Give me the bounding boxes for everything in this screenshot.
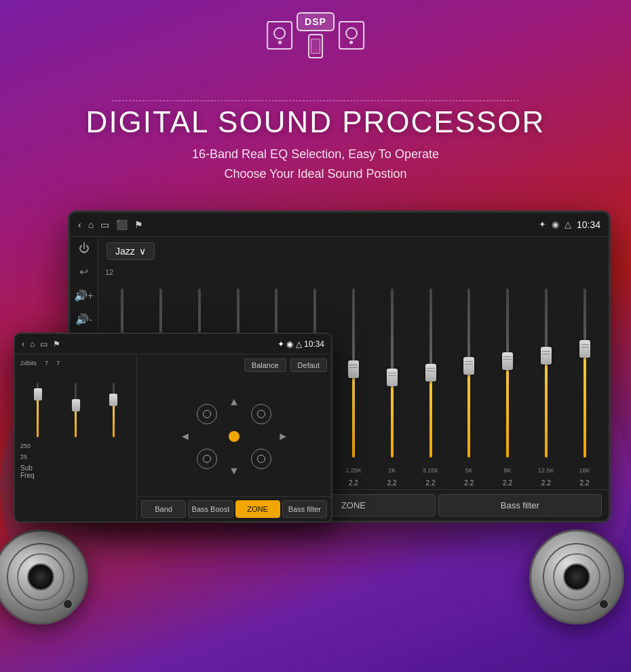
second-alert: △ <box>296 339 302 349</box>
bluetooth-icon: ✦ <box>539 219 546 229</box>
second-bass-filter-button[interactable]: Bass filter <box>282 500 327 518</box>
alert-icon: △ <box>565 219 571 229</box>
chevron-icon: ∨ <box>139 246 146 257</box>
power-icon[interactable]: ⏻ <box>79 242 90 255</box>
vol-up-icon[interactable]: 🔊+ <box>74 289 94 302</box>
arrow-down-icon[interactable]: ▼ <box>229 465 240 477</box>
second-nav-window[interactable]: ▭ <box>40 339 47 349</box>
second-left-panel: 24bits 7 7 <box>15 354 137 521</box>
balance-area: ▲ ▼ ◄ ► <box>137 376 331 496</box>
bass-filter-button[interactable]: Bass filter <box>438 494 602 517</box>
default-button[interactable]: Defaut <box>290 358 327 372</box>
small-slider-1[interactable] <box>20 383 56 437</box>
balance-header: Balance Defaut <box>137 354 331 376</box>
dsp-badge: DSP <box>297 12 334 31</box>
speaker-rl-icon <box>197 449 217 469</box>
freq-315k: 3.15K <box>413 467 448 474</box>
second-bass-boost-button[interactable]: Bass Boost <box>188 500 233 518</box>
eq-slider-2k[interactable] <box>375 288 409 458</box>
freq-16k: 16K <box>567 467 602 474</box>
nav-image-icon[interactable]: ⬛ <box>116 219 128 230</box>
title-section: DIGITAL SOUND PROCESSOR 16-Band Real EQ … <box>0 105 631 184</box>
freq-125k-2: 12.5K <box>529 467 563 474</box>
speaker-right-icon <box>339 21 364 50</box>
speaker-decoration-left <box>0 529 102 638</box>
second-time: ✦ ◉ △ 10:34 <box>278 339 324 349</box>
arrow-up-icon[interactable]: ▲ <box>229 396 240 408</box>
freq-2k: 2K <box>375 467 409 474</box>
val-8k: 2.2 <box>491 479 525 487</box>
eq-slider-125k[interactable] <box>337 288 371 458</box>
second-device: ‹ ⌂ ▭ ⚑ ✦ ◉ △ 10:34 24bits 7 7 <box>14 333 332 523</box>
second-zone-button[interactable]: ZONE <box>235 500 280 518</box>
val-label-2: 7 <box>45 360 48 367</box>
nav-window-icon[interactable]: ▭ <box>100 219 109 230</box>
balance-diagram: ▲ ▼ ◄ ► <box>180 396 288 477</box>
location-icon: ◉ <box>552 219 559 229</box>
second-bluetooth: ✦ <box>278 339 284 349</box>
val-16k: 2.2 <box>567 479 602 487</box>
scale-12-label: 12 <box>105 268 113 276</box>
second-nav-home[interactable]: ⌂ <box>30 339 35 349</box>
balance-center-point[interactable] <box>229 431 240 442</box>
small-slider-3[interactable] <box>96 383 131 437</box>
val-125k: 2.2 <box>337 479 371 487</box>
sub-freq-label: Sub Freq <box>20 464 131 479</box>
back-icon[interactable]: ↩ <box>79 265 88 278</box>
second-nav-back[interactable]: ‹ <box>22 339 24 349</box>
speaker-left-icon <box>267 21 292 50</box>
eq-scale: 12 <box>105 265 602 282</box>
small-sliders <box>20 369 131 437</box>
val-315k: 2.2 <box>413 479 448 487</box>
val-125k-2: 2.2 <box>529 479 563 487</box>
freq-125k: 1.25K <box>337 467 371 474</box>
second-status-bar: ‹ ⌂ ▭ ⚑ ✦ ◉ △ 10:34 <box>15 334 331 354</box>
arrow-right-icon[interactable]: ► <box>278 430 288 443</box>
status-right: ✦ ◉ △ 10:34 <box>539 219 600 230</box>
second-location: ◉ <box>286 339 293 349</box>
balance-button[interactable]: Balance <box>244 358 286 372</box>
vol-down-icon[interactable]: 🔊- <box>75 313 92 326</box>
speaker-fl-icon <box>197 404 217 424</box>
bits-label: 24bits <box>20 360 37 367</box>
freq-8k: 8K <box>491 467 525 474</box>
eq-preset-selector[interactable]: Jazz ∨ <box>107 242 155 260</box>
freq-5k: 5K <box>452 467 486 474</box>
eq-slider-5k[interactable] <box>452 288 486 458</box>
nav-flag-icon[interactable]: ⚑ <box>134 219 143 230</box>
phone-icon <box>308 34 323 58</box>
speaker-rr-icon <box>251 449 271 469</box>
divider-line <box>112 100 519 101</box>
val-label-3: 7 <box>56 360 60 367</box>
second-nav-flag[interactable]: ⚑ <box>53 339 60 349</box>
second-content: 24bits 7 7 <box>15 354 331 521</box>
dsp-icon-area: DSP <box>267 12 364 58</box>
eq-header: Jazz ∨ <box>98 237 609 265</box>
nav-back-icon[interactable]: ‹ <box>78 219 81 230</box>
val-2k: 2.2 <box>375 479 409 487</box>
second-device-buttons: Band Bass Boost ZONE Bass filter <box>137 496 331 521</box>
small-slider-2[interactable] <box>58 383 94 437</box>
second-right-panel: Balance Defaut ▲ ▼ ◄ ► <box>137 354 331 521</box>
main-time: 10:34 <box>577 219 600 230</box>
arrow-left-icon[interactable]: ◄ <box>180 430 191 443</box>
val-5k: 2.2 <box>452 479 486 487</box>
freq-value-250: 250 <box>20 443 131 449</box>
main-status-bar: ‹ ⌂ ▭ ⬛ ⚑ ✦ ◉ △ 10:34 <box>70 212 609 237</box>
speaker-decoration-right <box>529 529 631 638</box>
main-title: DIGITAL SOUND PROCESSOR <box>0 105 631 139</box>
eq-slider-315k[interactable] <box>413 288 448 458</box>
freq-value-25: 25 <box>20 453 131 460</box>
eq-slider-16k[interactable] <box>567 288 602 458</box>
subtitle: 16-Band Real EQ Selection, Easy To Opera… <box>0 145 631 184</box>
eq-slider-125k-2[interactable] <box>529 288 563 458</box>
eq-slider-8k[interactable] <box>491 288 525 458</box>
speaker-fr-icon <box>251 404 271 424</box>
band-button[interactable]: Band <box>141 500 186 518</box>
nav-home-icon[interactable]: ⌂ <box>88 219 94 230</box>
